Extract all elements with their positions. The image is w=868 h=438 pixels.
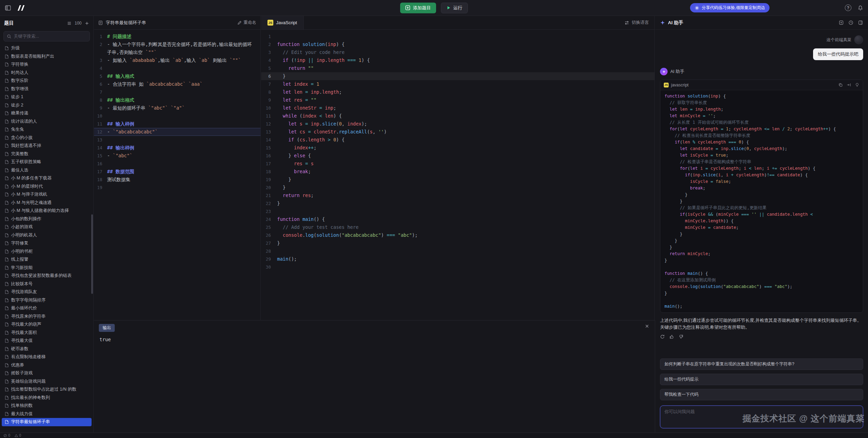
code-line[interactable]: 7 let index = 1	[261, 80, 654, 88]
chat-input-box[interactable]	[660, 406, 863, 428]
sidebar-scrollbar[interactable]	[91, 214, 93, 294]
sidebar-item[interactable]: 徒步 1	[2, 93, 92, 101]
code-line[interactable]: 27}	[261, 239, 654, 247]
code-line[interactable]: 18测试数据集	[94, 176, 261, 184]
code-line[interactable]: 21 return res;	[261, 192, 654, 199]
code-line[interactable]: 17 res = s	[261, 160, 654, 168]
sidebar-item[interactable]: 小包的数列操作	[2, 215, 92, 223]
suggestion-chip[interactable]: 如何判断子串在原字符串中重复出现的次数是否刚好构成整个字符串?	[660, 358, 863, 370]
code-line[interactable]: 26 console.log(solution("abcabcabcabc") …	[261, 231, 654, 239]
sidebar-item[interactable]: 英雄组合游戏问题	[2, 378, 92, 386]
sidebar-item[interactable]: 最佳人选	[2, 166, 92, 175]
help-icon[interactable]: ?	[845, 4, 851, 11]
code-line[interactable]: 11## 输入样例	[94, 120, 261, 128]
code-line[interactable]: 30	[261, 263, 654, 271]
code-editor[interactable]: 1 2function solution(inp) {3 // Edit you…	[261, 30, 654, 320]
code-line[interactable]: 6 }	[261, 72, 654, 80]
code-line[interactable]: 1# 问题描述	[94, 32, 261, 40]
code-line[interactable]: 23	[261, 207, 654, 215]
sidebar-item[interactable]: 小超的游戏	[2, 223, 92, 231]
code-line[interactable]: 7	[94, 88, 261, 96]
status-warnings[interactable]: 0	[15, 434, 21, 437]
code-line[interactable]: 12 let s = inp.slice(0, index);	[261, 120, 654, 128]
code-line[interactable]: 24function main() {	[261, 215, 654, 223]
sidebar-toggle-icon[interactable]	[5, 5, 11, 11]
sidebar-item[interactable]: 时尚达人	[2, 69, 92, 77]
sidebar-item[interactable]: 字符修复	[2, 239, 92, 248]
bulb-icon[interactable]	[855, 83, 859, 87]
code-line[interactable]: 14## 输出样例	[94, 144, 261, 152]
sidebar-item[interactable]: 线上报警	[2, 255, 92, 264]
code-line[interactable]: 12- `"abcabcabcabc"`	[94, 128, 261, 136]
code-line[interactable]: 8## 输出格式	[94, 96, 261, 104]
code-line[interactable]: 3- 如输入 `abababab`,输出 `ab`,输入 `ab` 则输出 `"…	[94, 56, 261, 64]
sidebar-item[interactable]: 找单独的数	[2, 402, 92, 410]
run-button[interactable]: 运行	[441, 2, 468, 13]
code-line[interactable]: 18 break;	[261, 168, 654, 176]
sidebar-item[interactable]: 小明的机器人	[2, 231, 92, 240]
sidebar-item[interactable]: 小 M 的多任务下载器	[2, 174, 92, 183]
code-line[interactable]: 15- `"abc"`	[94, 152, 261, 160]
code-line[interactable]: 9- 最短的循环子串 `"abc"` `"a"`	[94, 104, 261, 112]
switch-language-button[interactable]: 切换语言	[624, 20, 649, 26]
code-line[interactable]: 9 let res = ""	[261, 96, 654, 104]
share-banner-button[interactable]: 分享代码练习体验,领限量定制周边	[690, 3, 770, 12]
sidebar-item[interactable]: 小 M 的星球时代	[2, 183, 92, 191]
copy-icon[interactable]	[838, 83, 843, 87]
suggestion-chip[interactable]: 帮我检查一下代码	[660, 389, 863, 400]
regenerate-icon[interactable]	[660, 334, 665, 339]
sidebar-item[interactable]: 最小循环代价	[2, 304, 92, 313]
sidebar-item[interactable]: 五子棋获胜策略	[2, 158, 92, 166]
code-line[interactable]: 2function solution(inp) {	[261, 40, 654, 48]
add-icon[interactable]	[85, 21, 89, 26]
sidebar-item[interactable]: 找出最长的神奇数列	[2, 394, 92, 402]
sidebar-item[interactable]: 有点限制地走楼梯	[2, 353, 92, 361]
search-input[interactable]	[14, 34, 86, 39]
code-line[interactable]: 19 }	[261, 176, 654, 184]
sidebar-item[interactable]: 摇骰子游戏	[2, 369, 92, 378]
code-line[interactable]: 1	[261, 32, 654, 40]
code-line[interactable]: 5 return ""	[261, 64, 654, 72]
sidebar-item[interactable]: 统计说谎的人	[2, 118, 92, 126]
history-icon[interactable]	[848, 20, 853, 25]
sidebar-item[interactable]: 寻找包含斐波那契数最多的链表	[2, 272, 92, 280]
code-line[interactable]: 28	[261, 247, 654, 255]
code-line[interactable]: 16 } else {	[261, 152, 654, 160]
sidebar-item[interactable]: 字符替换	[2, 60, 92, 69]
panel-layout-icon[interactable]	[858, 20, 863, 25]
sidebar-item[interactable]: 完美整数	[2, 150, 92, 158]
close-output-icon[interactable]	[645, 324, 649, 328]
suggestion-chip[interactable]: 给我一些代码提示	[660, 374, 863, 385]
code-line[interactable]: 4 if (!inp || inp.length === 1) {	[261, 56, 654, 64]
sidebar-item[interactable]: 寻找最大面积	[2, 329, 92, 337]
code-line[interactable]: 6- 合法字符串 如 `abcabcabcabc` `aaa`	[94, 80, 261, 88]
code-line[interactable]: 13	[94, 136, 261, 144]
sidebar-item[interactable]: 小 M 与弹子游戏机	[2, 190, 92, 199]
add-problem-button[interactable]: 添加题目	[400, 2, 436, 13]
code-line[interactable]: 17## 数据范围	[94, 168, 261, 176]
sidebar-item[interactable]: 数据表是否能顺利产出	[2, 53, 92, 61]
code-line[interactable]: 5## 输入格式	[94, 72, 261, 80]
like-icon[interactable]	[669, 334, 674, 339]
sidebar-item[interactable]: 学习新技能	[2, 264, 92, 272]
sidebar-item[interactable]: 兔生兔	[2, 125, 92, 134]
code-line[interactable]: 25 // Add your test cases here	[261, 223, 654, 231]
sidebar-item[interactable]: 寻找原来的字符串	[2, 313, 92, 321]
tab-javascript[interactable]: JS JavaScript	[261, 16, 304, 29]
code-line[interactable]: 15 index++;	[261, 144, 654, 152]
sidebar-item[interactable]: 硬币凑数	[2, 345, 92, 353]
sidebar-item[interactable]: 糖果传递	[2, 109, 92, 118]
insert-code-icon[interactable]	[847, 83, 851, 87]
sidebar-item[interactable]: 数字增强	[2, 85, 92, 93]
status-errors[interactable]: 0	[3, 434, 10, 437]
dislike-icon[interactable]	[679, 334, 683, 339]
code-line[interactable]: 19	[94, 184, 261, 192]
chat-input[interactable]	[664, 409, 859, 425]
sidebar-item[interactable]: 小明的书柜	[2, 248, 92, 256]
sidebar-item[interactable]: 贪心的小孩	[2, 134, 92, 142]
app-logo[interactable]	[17, 5, 26, 11]
sidebar-item[interactable]: 我好想逃逃不掉	[2, 142, 92, 150]
code-line[interactable]: 8 let len = inp.length;	[261, 88, 654, 96]
search-box[interactable]	[3, 31, 90, 41]
code-line[interactable]: 10	[94, 112, 261, 120]
